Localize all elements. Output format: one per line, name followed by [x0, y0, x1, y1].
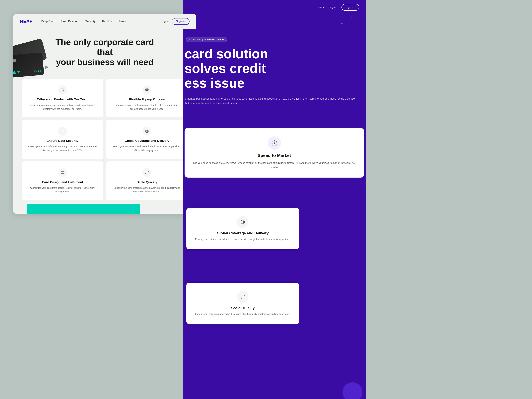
right-login-button[interactable]: Log in [329, 6, 336, 9]
design-desc: Customise your card from design, testing… [27, 186, 98, 194]
card-logo-shape [13, 70, 20, 74]
security-icon [58, 127, 67, 136]
feature-card-design: Card Design and Fulfilment Customise you… [22, 161, 103, 200]
login-button[interactable]: Log in [161, 20, 169, 23]
nav-links: Reap Card Reap Payment Security About us… [41, 20, 161, 23]
right-hero-section: card solution solves credit ess issue [184, 47, 364, 90]
badge-pill: to card Issuing for Web3 exchanges [186, 37, 227, 42]
nav-security[interactable]: Security [85, 20, 95, 23]
signup-button[interactable]: Sign up [172, 18, 190, 25]
speed-desc: nds you need to shake are ours. We've ju… [191, 161, 357, 169]
nav-actions: Log in Sign up [161, 18, 190, 25]
design-icon [58, 168, 67, 177]
card-logo-triangle-2 [17, 71, 20, 74]
svg-rect-9 [61, 171, 64, 174]
main-container: REAP Reap Card Reap Payment Security Abo… [13, 14, 196, 214]
teal-bar [27, 204, 140, 214]
nav-about-us[interactable]: About us [101, 20, 113, 23]
card-name: Kristin [34, 70, 41, 73]
feature-card-security: Ensure Data Security Protect your users'… [22, 120, 103, 159]
scale-quickly-card: Scale Quickly Expand your card programs … [186, 283, 299, 324]
svg-line-12 [146, 171, 148, 174]
feature-grid: Tailor your Product with Our Team Design… [13, 79, 196, 207]
hero-section: Kristin ▶ The only corporate card that y… [13, 29, 196, 79]
flexible-desc: You can choose cryptocurrency or fiat to… [111, 103, 183, 111]
right-hero-title-1: card solution [184, 47, 364, 61]
scale-title: Scale Quickly [137, 180, 157, 184]
global-coverage-title: Global Coverage and Delivery [193, 231, 293, 235]
card-logo [13, 70, 20, 74]
navbar: REAP Reap Card Reap Payment Security Abo… [13, 14, 196, 29]
svg-rect-5 [62, 131, 63, 132]
flexible-title: Flexible Top-up Options [129, 98, 165, 101]
star-1 [351, 17, 352, 18]
tailor-icon [58, 85, 67, 94]
security-title: Ensure Data Security [47, 139, 78, 143]
scale-icon [142, 168, 152, 177]
right-hero-title-3: ess issue [184, 76, 364, 90]
feature-card-flexible: Flexible Top-up Options You can choose c… [106, 79, 188, 117]
right-nav-press[interactable]: Press [317, 6, 324, 9]
global-delivery-icon [142, 127, 152, 136]
speed-to-market-card: ⏱️ Speed to Market nds you need to shake… [184, 128, 364, 177]
purple-circle-decoration [342, 382, 362, 399]
svg-line-16 [241, 295, 245, 299]
feature-card-global: Global Coverage and Delivery Reach your … [106, 120, 188, 159]
right-navbar: Press Log in Sign up [183, 0, 366, 15]
global-coverage-desc: Reach your customers worldwide through o… [193, 237, 293, 241]
right-signup-button[interactable]: Sign up [342, 4, 359, 11]
speedometer-icon: ⏱️ [268, 136, 281, 150]
scale-quickly-title: Scale Quickly [193, 306, 293, 310]
svg-marker-4 [146, 89, 148, 91]
tailor-desc: Design and customise your product that a… [27, 103, 98, 111]
svg-rect-0 [61, 88, 64, 91]
security-desc: Protect your users' information through … [27, 145, 98, 152]
right-hero-title-2: solves credit [184, 61, 364, 76]
card-chip [13, 59, 16, 63]
design-title: Card Design and Fulfilment [42, 180, 83, 184]
feature-card-scale: Scale Quickly Expand your card programs … [106, 161, 188, 200]
global-coverage-card: Global Coverage and Delivery Reach your … [186, 208, 299, 249]
right-panel: Press Log in Sign up to card Issuing for… [183, 0, 366, 399]
nav-reap-card[interactable]: Reap Card [41, 20, 55, 23]
nav-reap-payment[interactable]: Reap Payment [61, 20, 79, 23]
speed-title: Speed to Market [191, 153, 357, 158]
scale-desc: Expand your card programs without worryi… [111, 186, 183, 194]
nav-press[interactable]: Press [119, 20, 126, 23]
global-desc: Reach your customers worldwide through o… [111, 145, 183, 152]
star-2 [342, 23, 342, 24]
scale-quickly-icon [237, 291, 248, 303]
card-logo-triangle-1 [13, 70, 16, 74]
logo: REAP [20, 19, 32, 24]
global-title: Global Coverage and Delivery [125, 139, 169, 143]
card-arrow-icon: ▶ [45, 64, 49, 70]
tailor-title: Tailor your Product with Our Team [37, 98, 88, 101]
scale-quickly-desc: Expand your card programs without worryi… [193, 312, 293, 316]
card-front: Kristin [13, 52, 44, 78]
flexible-icon [142, 85, 152, 94]
right-body-text: c market, businesses face numerous chall… [184, 96, 361, 105]
global-coverage-icon [237, 216, 248, 228]
hero-title: The only corporate card that your busine… [55, 37, 155, 67]
card-decoration: Kristin ▶ [13, 42, 55, 95]
